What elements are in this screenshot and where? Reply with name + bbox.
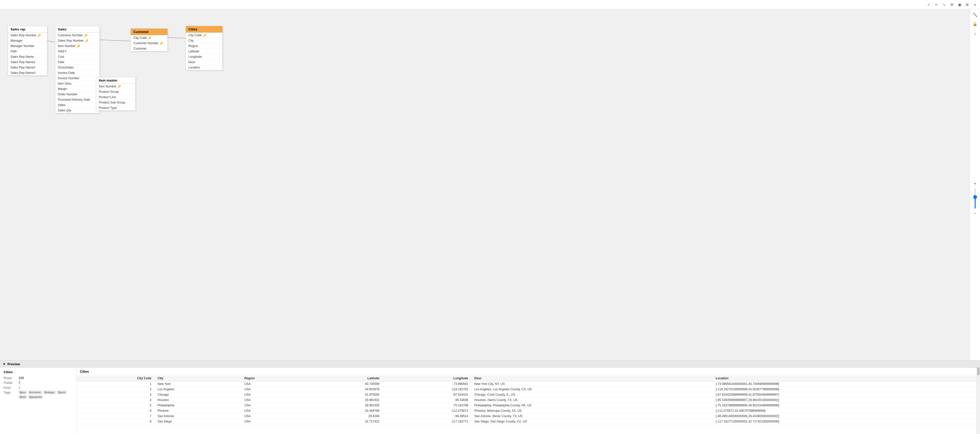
field-customer-number-c: Customer Number 🔑 [131, 41, 167, 46]
cell-longitude: -117.162771 [382, 419, 471, 424]
zoom-out-icon[interactable]: − [972, 210, 979, 217]
sales-header: Sales [55, 26, 100, 33]
toolbar-icon-1[interactable]: ⤢ [926, 2, 932, 8]
cell-city-code: 2 [77, 387, 154, 392]
cell-city-code: 1 [77, 381, 154, 387]
toolbar-icon-2[interactable]: ✂ [934, 2, 940, 8]
customer-header: Customer [131, 29, 167, 35]
field-sales-rep-name3: Sales Rep Name3 [8, 70, 47, 75]
cell-city-code: 7 [77, 413, 154, 419]
field-pct-key: %KEY [55, 49, 100, 54]
cell-longitude: -87.624421 [382, 392, 471, 398]
table-row: 4 Houston USA 29.981501 -95.53836 Housto… [77, 398, 977, 403]
toolbar-icon-3[interactable]: ⤡ [941, 2, 947, 8]
cell-region: USA [241, 387, 304, 392]
right-sidebar: 🔍 🔒 ⌂ + − [970, 9, 980, 360]
field-promised-delivery-date: Promised Delivery Date [55, 97, 100, 103]
cell-city-code: 5 [77, 403, 154, 408]
cell-longitude: -98.49514 [382, 413, 471, 419]
field-city-code-c: City Code 🔑 [131, 35, 167, 41]
tag-integer: $integer [43, 391, 56, 394]
cell-region: USA [241, 403, 304, 408]
cell-location: [-87.624420999999998,41.875554999999997] [713, 392, 977, 398]
field-customer-number: Customer Number 🔑 [55, 33, 100, 38]
cell-latitude: 40.730599 [304, 381, 382, 387]
home-icon[interactable]: ⌂ [972, 30, 979, 37]
field-city-code: City Code 🔑 [186, 33, 223, 38]
table-row: 7 San Antonio USA 29.4246 -98.49514 San … [77, 413, 977, 419]
field-order-number: Order Number [55, 92, 100, 97]
cities-header: Cities [186, 26, 223, 33]
cell-city: Los Angeles [154, 387, 241, 392]
cell-latitude: 39.952335 [304, 403, 382, 408]
cell-location: [-75.163788999999994,39.952334999999998] [713, 403, 977, 408]
cell-latitude: 33.446768 [304, 408, 382, 413]
field-sales-rep-name: Sales Rep Name [8, 54, 47, 60]
divider-bar[interactable]: ▼ Preview [0, 360, 980, 367]
field-cost: Cost [55, 54, 100, 60]
cell-location: [-117.16277100000001,32.717421000000000] [713, 419, 977, 424]
tag-text: $text [18, 395, 27, 399]
stats-rows-label: Rows [3, 376, 16, 380]
right-scrollbar[interactable] [977, 367, 980, 434]
stats-tags-values: $key $numeric $integer $ascii $text $geo… [18, 391, 73, 399]
table-row: 6 Phoenix USA 33.446768 -112.075672 Phoe… [77, 408, 977, 413]
data-table-head: City Code City Region Latitude Longitude… [77, 375, 977, 381]
stats-tags-label: Tags [3, 391, 16, 399]
sales-rep-header: Sales rep [8, 26, 47, 33]
stats-panel: Cities Rows 100 Fields 7 Keys 1 Tags $ke… [0, 367, 77, 434]
tag-geopoint: $geopoint [28, 395, 43, 399]
data-table: City Code City Region Latitude Longitude… [77, 375, 977, 424]
col-region: Region [241, 375, 304, 381]
cell-city: New York [154, 381, 241, 387]
cell-city: San Diego [154, 419, 241, 424]
cell-region: USA [241, 408, 304, 413]
cell-desc: San Diego, San Diego County, CA, US [471, 419, 713, 424]
top-toolbar: ⤢ ✂ ⤡ ⚙ ▣ ⊞ ∨ [0, 0, 980, 9]
sales-rep-table: Sales rep Sales Rep Number 🔑 Manager Man… [8, 26, 47, 76]
cell-location: [-112.075672,33.446767999999999] [713, 408, 977, 413]
field-date: Date [55, 60, 100, 65]
cell-location: [-73.986581000000001,40.730598999999998] [713, 381, 977, 387]
cell-latitude: 29.981501 [304, 398, 382, 403]
cell-city: Philadelphia [154, 403, 241, 408]
col-longitude: Longitude [382, 375, 471, 381]
tag-numeric: $numeric [28, 391, 42, 394]
field-sales-rep-name2: Sales Rep Name2 [8, 65, 47, 70]
field-product-group: Product Group [96, 89, 135, 95]
zoom-in-icon[interactable]: + [972, 180, 979, 187]
cell-longitude: -112.075672 [382, 408, 471, 413]
field-item-number-s: Item Number 🔑 [55, 43, 100, 49]
table-row: 8 San Diego USA 32.717421 -117.162771 Sa… [77, 419, 977, 424]
field-product-sub-group: Product Sub Group [96, 100, 135, 105]
search-icon[interactable]: 🔍 [972, 11, 979, 18]
lock-icon[interactable]: 🔒 [972, 21, 979, 28]
field-latitude: Latitude [186, 49, 223, 54]
stats-fields-value: 7 [18, 381, 20, 385]
field-margin: Margin [55, 86, 100, 92]
col-latitude: Latitude [304, 375, 382, 381]
toolbar-icon-4[interactable]: ⚙ [949, 2, 955, 8]
col-desc: Desc [471, 375, 713, 381]
field-invoice-date: Invoice Date [55, 70, 100, 76]
stats-fields-label: Fields [3, 381, 16, 385]
cell-longitude: -73.986581 [382, 381, 471, 387]
table-row: 5 Philadelphia USA 39.952335 -75.163789 … [77, 403, 977, 408]
field-sales-qty: Sales Qty [55, 108, 100, 113]
stats-keys-value[interactable]: 1 [18, 386, 20, 390]
cell-longitude: -75.163789 [382, 403, 471, 408]
cell-desc: Los Angeles, Los Angeles County, CA, US [471, 387, 713, 392]
table-row: 1 New York USA 40.730599 -73.986581 New … [77, 381, 977, 387]
cell-longitude: -95.53836 [382, 398, 471, 403]
toolbar-icon-6[interactable]: ⊞ [964, 2, 970, 8]
cell-region: USA [241, 381, 304, 387]
cell-latitude: 41.875555 [304, 392, 382, 398]
stats-rows-value: 100 [18, 376, 24, 380]
toolbar-icon-5[interactable]: ▣ [956, 2, 963, 8]
field-longitude: Longitude [186, 54, 223, 60]
toolbar-icon-7[interactable]: ∨ [972, 2, 978, 8]
item-master-table: Item master Item Number 🔑 Product Group … [96, 77, 136, 111]
item-master-header: Item master [96, 77, 135, 84]
zoom-slider[interactable] [975, 188, 976, 209]
field-manager: Manager [8, 38, 47, 43]
